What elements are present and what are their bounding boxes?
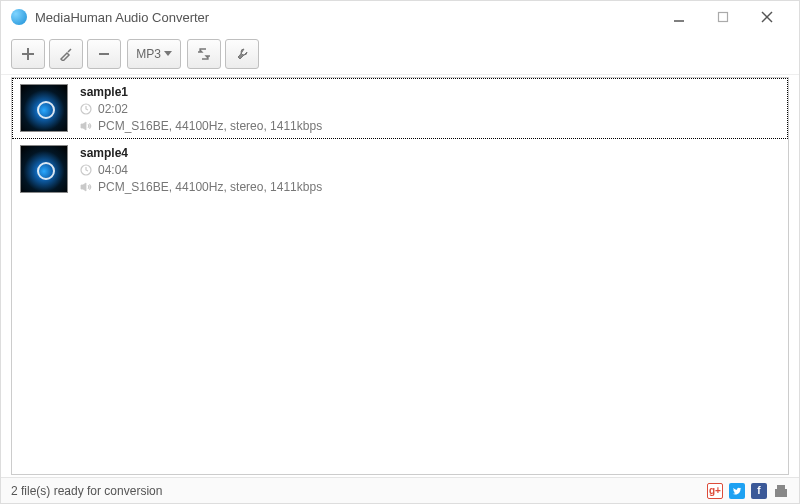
settings-button[interactable]	[225, 39, 259, 69]
remove-button[interactable]	[87, 39, 121, 69]
twitter-bird-icon	[732, 486, 742, 496]
item-duration-line: 04:04	[80, 163, 322, 177]
toolbar-group-edit	[11, 39, 121, 69]
add-button[interactable]	[11, 39, 45, 69]
svg-rect-1	[719, 13, 728, 22]
format-label: MP3	[136, 47, 161, 61]
item-title: sample4	[80, 146, 322, 160]
minus-icon	[97, 47, 111, 61]
social-links: g+ f	[707, 483, 789, 499]
minimize-icon	[673, 11, 685, 23]
speaker-icon	[80, 120, 92, 132]
list-item[interactable]: sample102:02PCM_S16BE, 44100Hz, stereo, …	[12, 78, 788, 139]
statusbar: 2 file(s) ready for conversion g+ f	[1, 477, 799, 503]
toolbar: MP3	[1, 33, 799, 75]
toolbar-group-actions	[187, 39, 259, 69]
status-text: 2 file(s) ready for conversion	[11, 484, 162, 498]
item-duration-line: 02:02	[80, 102, 322, 116]
broom-icon	[59, 47, 73, 61]
item-details: PCM_S16BE, 44100Hz, stereo, 1411kbps	[98, 119, 322, 133]
format-dropdown[interactable]: MP3	[127, 39, 181, 69]
audio-thumbnail	[20, 84, 68, 132]
app-icon	[11, 9, 27, 25]
clear-button[interactable]	[49, 39, 83, 69]
facebook-icon[interactable]: f	[751, 483, 767, 499]
item-duration: 04:04	[98, 163, 128, 177]
clock-icon	[80, 103, 92, 115]
close-icon	[761, 11, 773, 23]
window-controls	[657, 3, 789, 31]
wrench-icon	[235, 47, 249, 61]
locate-output-icon[interactable]	[773, 483, 789, 499]
file-list[interactable]: sample102:02PCM_S16BE, 44100Hz, stereo, …	[11, 77, 789, 475]
item-meta: sample404:04PCM_S16BE, 44100Hz, stereo, …	[80, 145, 322, 194]
item-details-line: PCM_S16BE, 44100Hz, stereo, 1411kbps	[80, 180, 322, 194]
item-title: sample1	[80, 85, 322, 99]
audio-thumbnail	[20, 145, 68, 193]
convert-button[interactable]	[187, 39, 221, 69]
item-duration: 02:02	[98, 102, 128, 116]
chevron-down-icon	[164, 51, 172, 56]
plus-icon	[21, 47, 35, 61]
list-item[interactable]: sample404:04PCM_S16BE, 44100Hz, stereo, …	[12, 139, 788, 200]
app-window: MediaHuman Audio Converter	[0, 0, 800, 504]
titlebar: MediaHuman Audio Converter	[1, 1, 799, 33]
item-meta: sample102:02PCM_S16BE, 44100Hz, stereo, …	[80, 84, 322, 133]
close-button[interactable]	[745, 3, 789, 31]
googleplus-icon[interactable]: g+	[707, 483, 723, 499]
window-title: MediaHuman Audio Converter	[35, 10, 657, 25]
maximize-button[interactable]	[701, 3, 745, 31]
speaker-icon	[80, 181, 92, 193]
item-details-line: PCM_S16BE, 44100Hz, stereo, 1411kbps	[80, 119, 322, 133]
maximize-icon	[717, 11, 729, 23]
minimize-button[interactable]	[657, 3, 701, 31]
convert-icon	[197, 47, 211, 61]
item-details: PCM_S16BE, 44100Hz, stereo, 1411kbps	[98, 180, 322, 194]
clock-icon	[80, 164, 92, 176]
twitter-icon[interactable]	[729, 483, 745, 499]
